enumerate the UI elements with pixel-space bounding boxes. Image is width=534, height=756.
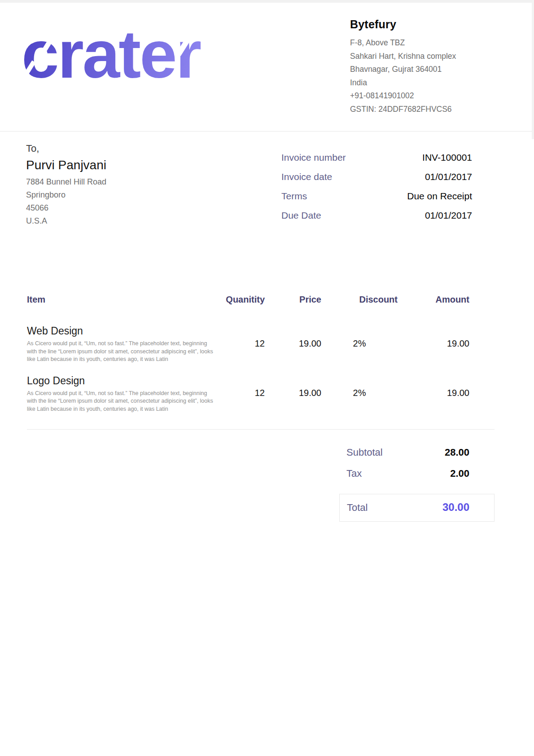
company-address-line: Sahkari Hart, Krishna complex [350, 50, 476, 63]
items-table: Item Quanitity Price Discount Amount Web… [27, 294, 495, 413]
item-name: Web Design [27, 324, 215, 338]
due-date-label: Due Date [281, 210, 321, 221]
invoice-date-value: 01/01/2017 [425, 171, 495, 182]
invoice-header: crater Bytefury F-8, Above TBZ Sahkari H… [0, 0, 534, 132]
tax-value: 2.00 [450, 468, 469, 479]
column-header-price: Price [265, 294, 321, 314]
terms-label: Terms [281, 191, 307, 202]
company-block: Bytefury F-8, Above TBZ Sahkari Hart, Kr… [350, 18, 476, 116]
terms-value: Due on Receipt [407, 191, 495, 202]
subtotal-row: Subtotal 28.00 [339, 447, 495, 458]
company-address-line: F-8, Above TBZ [350, 36, 476, 50]
company-phone: +91-08141901002 [350, 89, 476, 103]
due-date-value: 01/01/2017 [425, 210, 495, 221]
parties-section: To, Purvi Panjvani 7884 Bunnel Hill Road… [0, 132, 534, 229]
page-top-edge [0, 0, 534, 3]
crater-logo-text: crater [22, 17, 201, 92]
item-discount: 2% [321, 364, 398, 413]
invoice-number-label: Invoice number [281, 152, 346, 163]
company-address-line: Bhavnagar, Gujrat 364001 [350, 63, 476, 76]
bill-to-address-line: 45066 [26, 202, 106, 215]
items-section: Item Quanitity Price Discount Amount Web… [0, 294, 534, 430]
bill-to-address-line: 7884 Bunnel Hill Road [26, 176, 106, 189]
column-header-discount: Discount [321, 294, 398, 314]
due-date-row: Due Date 01/01/2017 [281, 210, 495, 221]
table-row: Logo Design As Cicero would put it, “Um,… [27, 364, 495, 413]
page-right-edge [532, 0, 534, 139]
table-bottom-divider [27, 429, 495, 430]
item-quantity: 12 [215, 314, 265, 364]
item-price: 19.00 [265, 314, 321, 364]
item-quantity: 12 [215, 364, 265, 413]
item-description: As Cicero would put it, “Um, not so fast… [27, 390, 214, 413]
item-amount: 19.00 [398, 364, 495, 413]
subtotal-value: 28.00 [445, 447, 469, 458]
company-address-line: India [350, 76, 476, 90]
table-row: Web Design As Cicero would put it, “Um, … [27, 314, 495, 364]
bill-to-label: To, [26, 141, 106, 156]
total-label: Total [347, 502, 368, 514]
item-description: As Cicero would put it, “Um, not so fast… [27, 340, 214, 364]
company-address: F-8, Above TBZ Sahkari Hart, Krishna com… [350, 36, 476, 116]
item-name: Logo Design [27, 374, 215, 388]
total-box: Total 30.00 [339, 494, 495, 522]
bill-to-block: To, Purvi Panjvani 7884 Bunnel Hill Road… [26, 141, 106, 229]
totals-section: Subtotal 28.00 Tax 2.00 Total 30.00 [0, 447, 534, 522]
invoice-number-row: Invoice number INV-100001 [281, 152, 495, 163]
invoice-number-value: INV-100001 [422, 152, 495, 163]
invoice-meta-block: Invoice number INV-100001 Invoice date 0… [281, 152, 495, 229]
totals-block: Subtotal 28.00 Tax 2.00 Total 30.00 [339, 447, 495, 522]
column-header-item: Item [27, 294, 215, 314]
terms-row: Terms Due on Receipt [281, 191, 495, 202]
bill-to-address-line: Springboro [26, 189, 106, 202]
company-gstin: GSTIN: 24DDF7682FHVCS6 [350, 103, 476, 116]
bill-to-name: Purvi Panjvani [26, 156, 106, 175]
invoice-date-row: Invoice date 01/01/2017 [281, 171, 495, 182]
tax-label: Tax [346, 468, 362, 479]
item-cell: Web Design As Cicero would put it, “Um, … [27, 314, 215, 364]
company-name: Bytefury [350, 18, 476, 31]
bill-to-address: 7884 Bunnel Hill Road Springboro 45066 U… [26, 176, 106, 228]
column-header-quantity: Quanitity [215, 294, 265, 314]
crater-logo: crater [22, 21, 201, 88]
column-header-amount: Amount [398, 294, 495, 314]
invoice-date-label: Invoice date [281, 171, 332, 182]
invoice-page: crater Bytefury F-8, Above TBZ Sahkari H… [0, 0, 534, 756]
bill-to-address-line: U.S.A [26, 215, 106, 228]
items-table-header-row: Item Quanitity Price Discount Amount [27, 294, 495, 314]
item-price: 19.00 [265, 364, 321, 413]
tax-row: Tax 2.00 [339, 468, 495, 479]
item-cell: Logo Design As Cicero would put it, “Um,… [27, 364, 215, 413]
item-amount: 19.00 [398, 314, 495, 364]
total-value: 30.00 [442, 501, 469, 514]
subtotal-label: Subtotal [346, 447, 383, 458]
item-discount: 2% [321, 314, 398, 364]
